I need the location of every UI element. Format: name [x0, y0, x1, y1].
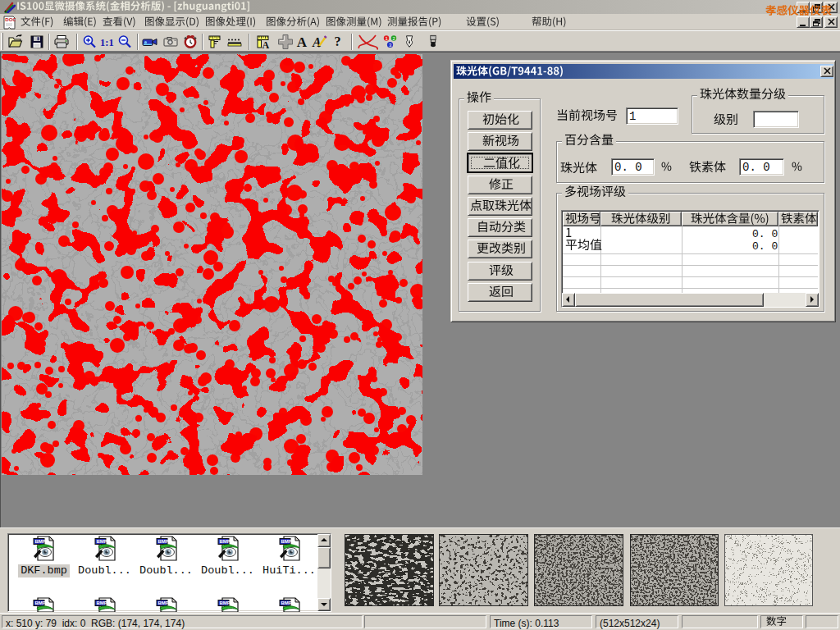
- svg-text:BMP: BMP: [158, 539, 168, 544]
- svg-text:A: A: [297, 34, 308, 50]
- svg-text:BMP: BMP: [219, 539, 230, 544]
- svg-text:BMP: BMP: [281, 539, 291, 544]
- svg-text:A: A: [312, 35, 322, 49]
- svg-text:A: A: [262, 39, 270, 50]
- svg-text:BMP: BMP: [219, 600, 230, 605]
- svg-text:BMP: BMP: [34, 539, 45, 544]
- svg-text:BMP: BMP: [34, 600, 45, 605]
- svg-text:BMP: BMP: [158, 600, 168, 605]
- svg-text:1:1: 1:1: [100, 37, 114, 48]
- svg-text:BMP: BMP: [281, 600, 291, 605]
- svg-text:?: ?: [335, 34, 341, 49]
- svg-text:BMP: BMP: [96, 539, 107, 544]
- svg-text:DOC: DOC: [5, 16, 16, 22]
- svg-text:BMP: BMP: [96, 600, 107, 605]
